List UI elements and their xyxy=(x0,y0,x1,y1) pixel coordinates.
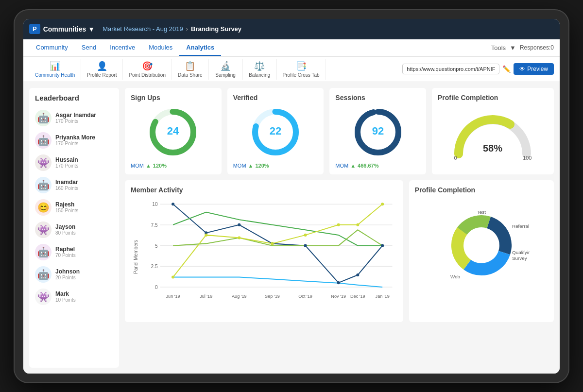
tab-incentive[interactable]: Incentive xyxy=(103,40,142,56)
svg-point-30 xyxy=(238,223,240,226)
avatar: 🤖 xyxy=(35,177,51,193)
mom-value: 466.67% xyxy=(358,163,378,169)
point-dist-icon: 🎯 xyxy=(142,61,153,71)
tab-modules[interactable]: Modules xyxy=(142,40,179,56)
mom-label: MOM xyxy=(233,163,246,169)
avatar: 🤖 xyxy=(35,132,51,149)
mom-label: MOM xyxy=(335,163,348,169)
top-row: Sign Ups 24 MOM ▲ 120% xyxy=(125,88,554,174)
gauge-max-label: 100 xyxy=(523,155,532,161)
top-nav: P Communities ▼ Market Research - Aug 20… xyxy=(23,19,560,39)
svg-text:22: 22 xyxy=(270,125,281,137)
profile-completion-gauge-title: Profile Completion xyxy=(438,94,548,102)
up-arrow-icon: ▲ xyxy=(248,163,254,169)
toolbar-sampling[interactable]: 🔬 Sampling xyxy=(209,59,243,80)
preview-icon: 👁 xyxy=(519,66,525,72)
toolbar-balancing[interactable]: ⚖️ Balancing xyxy=(243,59,277,80)
right-content: Sign Ups 24 MOM ▲ 120% xyxy=(125,88,554,368)
svg-text:Aug '19: Aug '19 xyxy=(232,294,247,299)
mom-label: MOM xyxy=(131,163,144,169)
member-activity-title: Member Activity xyxy=(131,186,397,194)
svg-point-28 xyxy=(171,203,174,205)
sessions-card: Sessions 92 MOM ▲ 466.67% xyxy=(329,88,426,174)
up-arrow-icon: ▲ xyxy=(146,163,151,169)
svg-text:Jun '19: Jun '19 xyxy=(166,294,180,299)
balancing-icon: ⚖️ xyxy=(254,61,265,71)
leaderboard-name: Jayson xyxy=(55,223,76,230)
svg-text:Web: Web xyxy=(450,273,461,279)
second-nav: Community Send Incentive Modules Analyti… xyxy=(23,39,560,57)
leaderboard-points: 10 Points xyxy=(55,297,76,303)
leaderboard-name: Mark xyxy=(55,290,76,297)
member-activity-chart: 10 7.5 5 2.5 0 Jun '19 Jul '19 Aug '19 xyxy=(140,198,397,314)
preview-button[interactable]: 👁 Preview xyxy=(514,63,554,75)
member-activity-card: Member Activity Panel Members xyxy=(125,180,403,322)
leaderboard-points: 150 Points xyxy=(55,208,78,213)
bottom-row: Member Activity Panel Members xyxy=(125,180,554,322)
tab-community[interactable]: Community xyxy=(29,40,75,56)
toolbar-profile-cross-tab[interactable]: 📑 Profile Cross Tab xyxy=(277,59,326,80)
verified-donut-svg: 22 xyxy=(249,105,302,159)
main-content: Leaderboard 🤖 Asgar Inamdar 170 Points 🤖… xyxy=(23,82,560,374)
toolbar-point-distribution[interactable]: 🎯 Point Distribution xyxy=(123,59,172,80)
sampling-icon: 🔬 xyxy=(220,61,231,71)
svg-point-36 xyxy=(171,275,174,278)
breadcrumb: Market Research - Aug 2019 › Branding Su… xyxy=(103,25,241,33)
communities-button[interactable]: Communities ▼ xyxy=(43,25,95,33)
svg-point-41 xyxy=(337,223,340,226)
svg-text:Jul '19: Jul '19 xyxy=(200,294,212,299)
profile-completion-donut-title: Profile Completion xyxy=(415,186,548,194)
toolbar: 📊 Community Health 👤 Profile Report 🎯 Po… xyxy=(23,57,560,82)
leaderboard-name: Johnson xyxy=(55,268,80,275)
svg-point-48 xyxy=(464,228,499,263)
list-item: 😊 Rajesh 150 Points xyxy=(33,196,115,219)
svg-text:92: 92 xyxy=(372,125,383,137)
y-axis-label: Panel Members xyxy=(131,198,140,316)
list-item: 🤖 Priyanka More 170 Points xyxy=(33,129,115,152)
leaderboard-points: 170 Points xyxy=(55,141,95,146)
url-input[interactable] xyxy=(402,64,499,74)
svg-point-37 xyxy=(205,233,207,236)
leaderboard-name: Asgar Inamdar xyxy=(55,112,96,119)
tools-area: Tools ▼ Responses:0 xyxy=(491,44,554,51)
avatar: 👾 xyxy=(35,154,51,171)
tab-analytics[interactable]: Analytics xyxy=(179,40,221,56)
leaderboard-points: 170 Points xyxy=(55,163,78,169)
svg-text:Jan '19: Jan '19 xyxy=(376,294,390,299)
leaderboard-name: Priyanka More xyxy=(55,134,95,141)
avatar: 🤖 xyxy=(35,244,51,260)
leaderboard-name: Inamdar xyxy=(55,179,78,186)
svg-text:Referral: Referral xyxy=(512,223,529,229)
gauge-min-label: 0 xyxy=(454,155,457,161)
sessions-donut: 92 xyxy=(335,105,420,159)
tab-send[interactable]: Send xyxy=(75,40,103,56)
leaderboard-points: 70 Points xyxy=(55,253,76,258)
leaderboard-title: Leaderboard xyxy=(33,94,115,102)
profile-completion-donut-svg: Test Referral Qualifying Survey Web xyxy=(433,202,530,289)
signups-card: Sign Ups 24 MOM ▲ 120% xyxy=(125,88,222,174)
signups-donut: 24 xyxy=(131,105,216,159)
list-item: 🤖 Raphel 70 Points xyxy=(33,241,115,263)
profile-completion-gauge-card: Profile Completion 58% 0 1 xyxy=(432,88,554,174)
svg-text:Nov '19: Nov '19 xyxy=(331,294,346,299)
avatar: 👾 xyxy=(35,222,51,238)
toolbar-profile-report[interactable]: 👤 Profile Report xyxy=(81,59,123,80)
sessions-title: Sessions xyxy=(335,94,420,102)
svg-text:58%: 58% xyxy=(483,143,502,153)
profile-completion-donut-card: Profile Completion xyxy=(409,180,554,322)
logo-badge: P xyxy=(29,24,40,34)
svg-text:Sep '19: Sep '19 xyxy=(265,294,280,299)
edit-url-icon[interactable]: ✏️ xyxy=(502,65,511,73)
toolbar-community-health[interactable]: 📊 Community Health xyxy=(29,59,81,80)
svg-point-40 xyxy=(304,233,307,236)
svg-text:Survey: Survey xyxy=(512,255,527,260)
svg-text:10: 10 xyxy=(152,202,158,207)
verified-card: Verified 22 MOM ▲ 120% xyxy=(227,88,324,174)
list-item: 👾 Jayson 80 Points xyxy=(33,219,115,241)
tools-button[interactable]: Tools xyxy=(491,44,506,51)
svg-text:7.5: 7.5 xyxy=(151,222,157,228)
toolbar-data-share[interactable]: 📋 Data Share xyxy=(172,59,209,80)
leaderboard-points: 160 Points xyxy=(55,186,78,191)
mom-value: 120% xyxy=(255,163,269,169)
url-bar: ✏️ 👁 Preview xyxy=(402,63,554,75)
